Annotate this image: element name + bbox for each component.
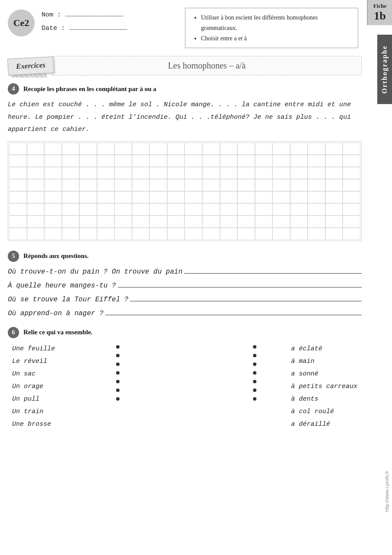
grid-cell: [272, 155, 290, 167]
grid-cell: [325, 155, 343, 167]
exercise-4-text: Le chien est couché . . . même le sol . …: [8, 99, 362, 136]
grid-cell: [185, 191, 202, 203]
exercise-5-header: 5 Réponds aux questions.: [8, 251, 362, 262]
objectives-box: Utiliser à bon escient les différents ho…: [185, 8, 358, 48]
grid-cell: [44, 155, 62, 167]
grid-cell: [325, 203, 343, 215]
grid-cell: [9, 215, 27, 228]
grid-cell: [62, 155, 80, 167]
grid-cell: [237, 143, 255, 155]
grid-cell: [220, 179, 238, 191]
grid-cell: [9, 228, 27, 240]
level-badge: Ce2: [8, 10, 35, 36]
question-4: Où apprend-on à nager ?: [8, 310, 362, 317]
grid-cell: [185, 155, 202, 167]
grid-cell: [9, 155, 27, 167]
objective-1: Utiliser à bon escient les différents ho…: [201, 13, 350, 33]
grid-row: [9, 191, 360, 203]
answer-line-3[interactable]: [130, 301, 362, 301]
grid-cell: [202, 215, 220, 228]
matching-dot-right: [253, 371, 256, 375]
objective-2: Choisir entre a et à: [201, 33, 350, 44]
grid-cell: [149, 167, 167, 179]
grid-cell: [167, 203, 185, 215]
grid-cell: [290, 155, 308, 167]
grid-cell: [9, 143, 27, 155]
grid-cell: [185, 215, 202, 228]
grid-cell: [220, 155, 238, 167]
grid-cell: [79, 228, 97, 240]
grid-cell: [62, 191, 80, 203]
grid-cell: [202, 179, 220, 191]
grid-cell: [202, 228, 220, 240]
answer-line-2[interactable]: [118, 287, 362, 287]
matching-spacer: [154, 345, 218, 428]
grid-cell: [62, 179, 80, 191]
grid-cell: [44, 203, 62, 215]
grid-cell: [255, 143, 273, 155]
grid-cell: [255, 179, 273, 191]
exercices-tag: Exercices: [7, 56, 54, 75]
grid-row: [9, 215, 360, 228]
matching-dot-right: [253, 397, 256, 401]
grid-cell: [9, 203, 27, 215]
answer-line-4[interactable]: [105, 315, 362, 315]
exercise-6-instruction: Relie ce qui va ensemble.: [23, 329, 93, 336]
grid-cell: [79, 203, 97, 215]
grid-cell: [132, 215, 150, 228]
matching-dot-left: [116, 388, 120, 392]
grid-cell: [149, 143, 167, 155]
grid-cell: [79, 167, 97, 179]
matching-left-item: Le réveil: [12, 358, 81, 365]
grid-cell: [343, 143, 360, 155]
exercise-5-number: 5: [8, 251, 19, 262]
grid-cell: [62, 228, 80, 240]
grid-cell: [114, 215, 132, 228]
grid-cell: [308, 215, 325, 228]
grid-cell: [237, 203, 255, 215]
matching-dot-right: [253, 388, 256, 392]
matching-left-item: Un orage: [12, 383, 81, 390]
grid-cell: [114, 228, 132, 240]
grid-cell: [114, 179, 132, 191]
grid-cell: [202, 167, 220, 179]
grid-cell: [237, 191, 255, 203]
question-3: Où se trouve la Tour Eiffel ?: [8, 296, 362, 304]
grid-cell: [185, 228, 202, 240]
question-2: À quelle heure manges-tu ?: [8, 282, 362, 290]
exercise-6-header: 6 Relie ce qui va ensemble.: [8, 327, 362, 338]
grid-cell: [202, 155, 220, 167]
ortho-label: Orthographe: [377, 35, 392, 104]
grid-cell: [44, 167, 62, 179]
grid-cell: [9, 179, 27, 191]
grid-cell: [79, 215, 97, 228]
grid-cell: [79, 155, 97, 167]
grid-cell: [325, 143, 343, 155]
matching-left-item: Un sac: [12, 370, 81, 378]
matching-dot-left: [116, 371, 120, 375]
matching-dot-left: [116, 362, 120, 366]
grid-cell: [97, 203, 115, 215]
grid-cell: [149, 155, 167, 167]
grid-cell: [167, 191, 185, 203]
grid-cell: [325, 167, 343, 179]
grid-cell: [202, 143, 220, 155]
grid-cell: [149, 215, 167, 228]
grid-cell: [308, 228, 325, 240]
grid-cell: [272, 203, 290, 215]
matching-dot-right: [253, 354, 256, 357]
grid-row: [9, 179, 360, 191]
grid-cell: [255, 167, 273, 179]
grid-cell: [325, 228, 343, 240]
grid-cell: [272, 215, 290, 228]
fiche-label: Fiche: [373, 3, 386, 9]
grid-cell: [290, 191, 308, 203]
nom-field: Nom : ………………………………………: [42, 11, 127, 19]
answer-line-1[interactable]: [184, 273, 362, 274]
matching-left-item: Un train: [12, 408, 81, 415]
grid-cell: [290, 203, 308, 215]
matching-right-item: à main: [291, 358, 357, 365]
date-field: Date : ………………………………………: [42, 25, 127, 32]
matching-left: Une feuilleLe réveilUn sacUn orageUn pul…: [12, 345, 81, 428]
exercise-5: 5 Réponds aux questions. Où trouve-t-on …: [8, 251, 362, 317]
